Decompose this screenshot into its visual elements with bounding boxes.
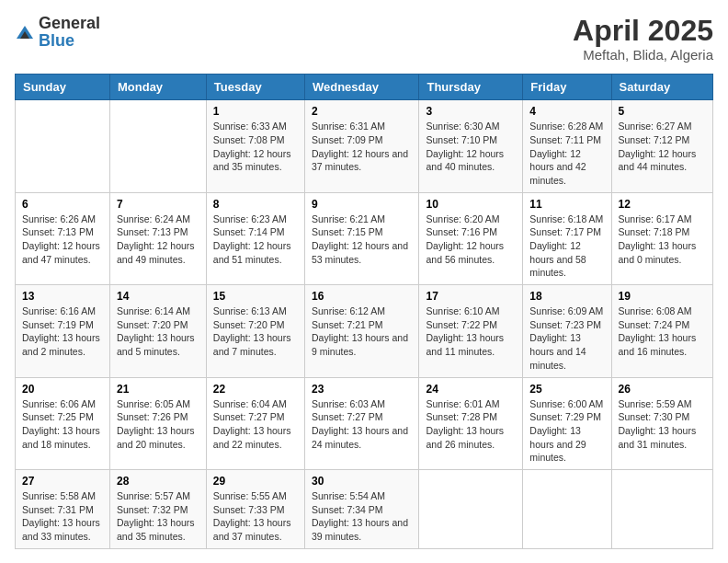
calendar-day-header: Wednesday [304, 75, 419, 100]
calendar-cell: 23Sunrise: 6:03 AM Sunset: 7:27 PM Dayli… [304, 377, 419, 469]
cell-content: Sunrise: 5:59 AM Sunset: 7:30 PM Dayligh… [619, 397, 706, 452]
day-number: 9 [312, 198, 413, 211]
logo-icon [15, 22, 35, 42]
cell-content: Sunrise: 6:17 AM Sunset: 7:18 PM Dayligh… [619, 213, 706, 267]
calendar-cell: 28Sunrise: 5:57 AM Sunset: 7:32 PM Dayli… [109, 469, 206, 548]
day-number: 3 [426, 105, 516, 118]
calendar-day-header: Friday [523, 75, 611, 100]
day-number: 10 [426, 198, 516, 211]
calendar-day-header: Thursday [419, 75, 523, 100]
calendar-week-row: 20Sunrise: 6:06 AM Sunset: 7:25 PM Dayli… [16, 377, 713, 469]
cell-content: Sunrise: 6:26 AM Sunset: 7:13 PM Dayligh… [22, 213, 103, 267]
logo-text: General Blue [39, 15, 100, 50]
calendar-cell: 29Sunrise: 5:55 AM Sunset: 7:33 PM Dayli… [206, 469, 304, 548]
calendar-cell: 3Sunrise: 6:30 AM Sunset: 7:10 PM Daylig… [419, 100, 523, 192]
calendar-day-header: Saturday [611, 75, 712, 100]
day-number: 13 [22, 290, 103, 303]
calendar-day-header: Monday [109, 75, 206, 100]
day-number: 2 [312, 105, 413, 118]
cell-content: Sunrise: 6:31 AM Sunset: 7:09 PM Dayligh… [312, 120, 413, 174]
calendar-cell: 30Sunrise: 5:54 AM Sunset: 7:34 PM Dayli… [304, 469, 419, 548]
day-number: 7 [117, 198, 199, 211]
calendar-cell: 6Sunrise: 6:26 AM Sunset: 7:13 PM Daylig… [16, 192, 110, 284]
day-number: 24 [426, 383, 516, 396]
calendar-cell: 21Sunrise: 6:05 AM Sunset: 7:26 PM Dayli… [109, 377, 206, 469]
calendar-cell: 27Sunrise: 5:58 AM Sunset: 7:31 PM Dayli… [16, 469, 110, 548]
calendar-cell: 13Sunrise: 6:16 AM Sunset: 7:19 PM Dayli… [16, 285, 110, 377]
calendar-cell: 16Sunrise: 6:12 AM Sunset: 7:21 PM Dayli… [304, 285, 419, 377]
cell-content: Sunrise: 5:58 AM Sunset: 7:31 PM Dayligh… [22, 489, 103, 544]
cell-content: Sunrise: 6:12 AM Sunset: 7:21 PM Dayligh… [312, 304, 413, 359]
cell-content: Sunrise: 6:27 AM Sunset: 7:12 PM Dayligh… [619, 120, 706, 174]
calendar-cell: 4Sunrise: 6:28 AM Sunset: 7:11 PM Daylig… [523, 100, 611, 192]
calendar-day-header: Sunday [16, 75, 110, 100]
cell-content: Sunrise: 5:57 AM Sunset: 7:32 PM Dayligh… [117, 489, 199, 544]
calendar-week-row: 1Sunrise: 6:33 AM Sunset: 7:08 PM Daylig… [16, 100, 713, 192]
calendar-day-header: Tuesday [206, 75, 304, 100]
cell-content: Sunrise: 6:30 AM Sunset: 7:10 PM Dayligh… [426, 120, 516, 174]
page-header: General Blue April 2025 Meftah, Blida, A… [15, 15, 713, 63]
calendar-week-row: 13Sunrise: 6:16 AM Sunset: 7:19 PM Dayli… [16, 285, 713, 377]
day-number: 1 [213, 105, 298, 118]
day-number: 19 [619, 290, 706, 303]
calendar-header-row: SundayMondayTuesdayWednesdayThursdayFrid… [16, 75, 713, 100]
day-number: 28 [117, 475, 199, 488]
calendar-cell: 18Sunrise: 6:09 AM Sunset: 7:23 PM Dayli… [523, 285, 611, 377]
logo-general: General [39, 14, 100, 32]
cell-content: Sunrise: 6:01 AM Sunset: 7:28 PM Dayligh… [426, 397, 516, 452]
day-number: 22 [213, 383, 298, 396]
day-number: 4 [529, 105, 604, 118]
day-number: 16 [312, 290, 413, 303]
cell-content: Sunrise: 6:05 AM Sunset: 7:26 PM Dayligh… [117, 397, 199, 452]
cell-content: Sunrise: 6:13 AM Sunset: 7:20 PM Dayligh… [213, 304, 298, 359]
day-number: 20 [22, 383, 103, 396]
cell-content: Sunrise: 6:09 AM Sunset: 7:23 PM Dayligh… [529, 304, 604, 372]
day-number: 17 [426, 290, 516, 303]
cell-content: Sunrise: 6:23 AM Sunset: 7:14 PM Dayligh… [213, 213, 298, 267]
cell-content: Sunrise: 6:08 AM Sunset: 7:24 PM Dayligh… [619, 304, 706, 359]
calendar-cell: 22Sunrise: 6:04 AM Sunset: 7:27 PM Dayli… [206, 377, 304, 469]
cell-content: Sunrise: 6:14 AM Sunset: 7:20 PM Dayligh… [117, 304, 199, 359]
calendar-cell: 19Sunrise: 6:08 AM Sunset: 7:24 PM Dayli… [611, 285, 712, 377]
logo-blue: Blue [39, 31, 74, 50]
calendar-cell: 20Sunrise: 6:06 AM Sunset: 7:25 PM Dayli… [16, 377, 110, 469]
calendar-cell: 11Sunrise: 6:18 AM Sunset: 7:17 PM Dayli… [523, 192, 611, 284]
cell-content: Sunrise: 6:10 AM Sunset: 7:22 PM Dayligh… [426, 304, 516, 359]
day-number: 27 [22, 475, 103, 488]
day-number: 6 [22, 198, 103, 211]
calendar-cell: 5Sunrise: 6:27 AM Sunset: 7:12 PM Daylig… [611, 100, 712, 192]
calendar-cell [611, 469, 712, 548]
calendar-cell: 9Sunrise: 6:21 AM Sunset: 7:15 PM Daylig… [304, 192, 419, 284]
day-number: 18 [529, 290, 604, 303]
day-number: 26 [619, 383, 706, 396]
calendar-cell: 14Sunrise: 6:14 AM Sunset: 7:20 PM Dayli… [109, 285, 206, 377]
cell-content: Sunrise: 6:04 AM Sunset: 7:27 PM Dayligh… [213, 397, 298, 452]
cell-content: Sunrise: 5:55 AM Sunset: 7:33 PM Dayligh… [213, 489, 298, 544]
day-number: 11 [529, 198, 604, 211]
cell-content: Sunrise: 6:16 AM Sunset: 7:19 PM Dayligh… [22, 304, 103, 359]
calendar-table: SundayMondayTuesdayWednesdayThursdayFrid… [15, 74, 713, 549]
cell-content: Sunrise: 6:06 AM Sunset: 7:25 PM Dayligh… [22, 397, 103, 452]
cell-content: Sunrise: 6:33 AM Sunset: 7:08 PM Dayligh… [213, 120, 298, 174]
cell-content: Sunrise: 6:24 AM Sunset: 7:13 PM Dayligh… [117, 213, 199, 267]
cell-content: Sunrise: 6:18 AM Sunset: 7:17 PM Dayligh… [529, 213, 604, 280]
cell-content: Sunrise: 6:28 AM Sunset: 7:11 PM Dayligh… [529, 120, 604, 187]
cell-content: Sunrise: 6:03 AM Sunset: 7:27 PM Dayligh… [312, 397, 413, 452]
day-number: 25 [529, 383, 604, 396]
logo: General Blue [15, 15, 100, 50]
cell-content: Sunrise: 6:20 AM Sunset: 7:16 PM Dayligh… [426, 213, 516, 267]
calendar-cell: 10Sunrise: 6:20 AM Sunset: 7:16 PM Dayli… [419, 192, 523, 284]
day-number: 30 [312, 475, 413, 488]
day-number: 21 [117, 383, 199, 396]
cell-content: Sunrise: 6:21 AM Sunset: 7:15 PM Dayligh… [312, 213, 413, 267]
calendar-cell: 24Sunrise: 6:01 AM Sunset: 7:28 PM Dayli… [419, 377, 523, 469]
day-number: 12 [619, 198, 706, 211]
calendar-cell: 26Sunrise: 5:59 AM Sunset: 7:30 PM Dayli… [611, 377, 712, 469]
calendar-cell [523, 469, 611, 548]
calendar-cell: 1Sunrise: 6:33 AM Sunset: 7:08 PM Daylig… [206, 100, 304, 192]
calendar-week-row: 27Sunrise: 5:58 AM Sunset: 7:31 PM Dayli… [16, 469, 713, 548]
calendar-cell [109, 100, 206, 192]
day-number: 14 [117, 290, 199, 303]
cell-content: Sunrise: 5:54 AM Sunset: 7:34 PM Dayligh… [312, 489, 413, 544]
calendar-cell: 7Sunrise: 6:24 AM Sunset: 7:13 PM Daylig… [109, 192, 206, 284]
